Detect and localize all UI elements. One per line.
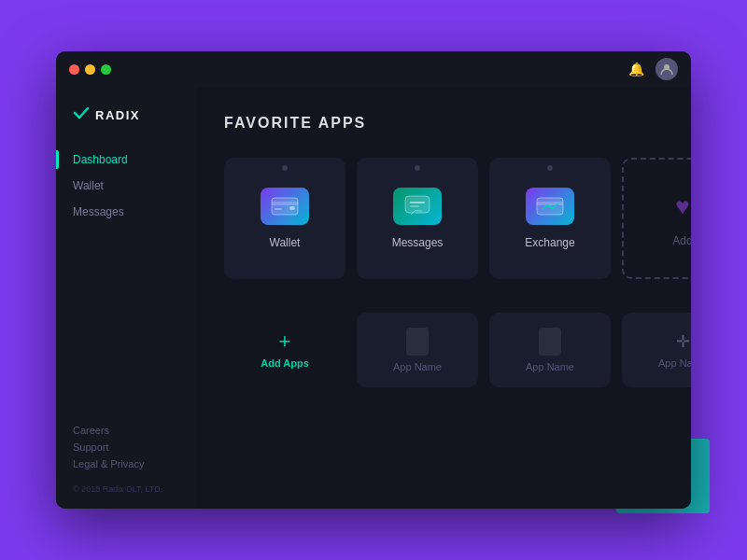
add-apps-label: Add Apps [261,357,309,369]
messages-label: Messages [392,236,444,249]
add-apps-card[interactable]: + Add Apps [224,313,345,387]
sidebar-item-messages[interactable]: Messages [56,199,196,225]
support-link[interactable]: Support [73,441,179,453]
careers-link[interactable]: Careers [73,425,179,436]
add-label: Add [672,234,691,247]
bottom-apps-row: + Add Apps App Name App Name ✛ App Name [224,313,663,387]
exchange-pin [547,165,553,171]
exchange-icon [526,188,574,225]
placeholder-app-3[interactable]: ✛ App Name [622,313,691,387]
placeholder-app-1[interactable]: App Name [357,313,478,387]
window-controls [69,64,111,75]
app-window: 🔔 RADIX Dashboard Wal [56,51,691,509]
add-heart-icon: ♥ [666,189,691,223]
placeholder-label-2: App Name [526,361,574,372]
svg-rect-4 [275,208,282,210]
maximize-button[interactable] [101,64,111,75]
logo-text: RADIX [95,108,140,122]
messages-icon [393,188,442,225]
exchange-app-card[interactable]: Exchange [489,158,611,279]
placeholder-icon-1 [406,328,429,356]
logo: RADIX [56,105,196,147]
titlebar-right: 🔔 [628,58,678,80]
placeholder-icon-2 [539,328,561,356]
exchange-label: Exchange [525,236,574,249]
legal-privacy-link[interactable]: Legal & Privacy [73,458,179,469]
placeholder-label-3: App Name [658,357,691,369]
close-button[interactable] [69,64,79,75]
notification-bell-icon[interactable]: 🔔 [628,62,644,77]
svg-rect-6 [410,202,425,203]
main-layout: RADIX Dashboard Wallet Messages Careers … [56,87,691,509]
add-apps-plus-icon: + [279,331,291,352]
messages-pin [415,165,420,171]
avatar[interactable] [655,58,678,80]
svg-rect-7 [410,205,419,207]
svg-rect-2 [272,202,298,205]
placeholder-app-2[interactable]: App Name [489,313,611,387]
svg-rect-1 [272,198,298,215]
sidebar-item-wallet[interactable]: Wallet [56,173,196,199]
sidebar-item-dashboard[interactable]: Dashboard [56,147,196,173]
titlebar: 🔔 [56,51,691,87]
minimize-button[interactable] [85,64,95,75]
svg-rect-3 [289,206,295,210]
sidebar-footer: Careers Support Legal & Privacy © 2018 R… [56,425,196,494]
main-content: FAVORITE APPS Wallet [196,87,691,509]
nav-items: Dashboard Wallet Messages [56,147,196,425]
plus-gray-icon: ✛ [676,331,690,352]
placeholder-label-1: App Name [393,361,442,372]
heart-symbol: ♥ [675,192,689,221]
sidebar: RADIX Dashboard Wallet Messages Careers … [56,87,196,509]
messages-app-card[interactable]: Messages [357,158,478,279]
section-title: FAVORITE APPS [224,115,663,132]
add-app-card[interactable]: ♥ Add [622,158,691,279]
wallet-app-card[interactable]: Wallet [224,158,345,279]
favorite-apps-row: Wallet Messages [224,158,663,279]
wallet-pin [282,165,288,171]
logo-icon [73,105,90,124]
svg-rect-5 [405,196,430,213]
wallet-icon [261,188,309,225]
wallet-label: Wallet [270,236,301,249]
copyright-text: © 2018 Radix DLT, LTD. [73,484,179,494]
svg-rect-9 [537,202,563,205]
